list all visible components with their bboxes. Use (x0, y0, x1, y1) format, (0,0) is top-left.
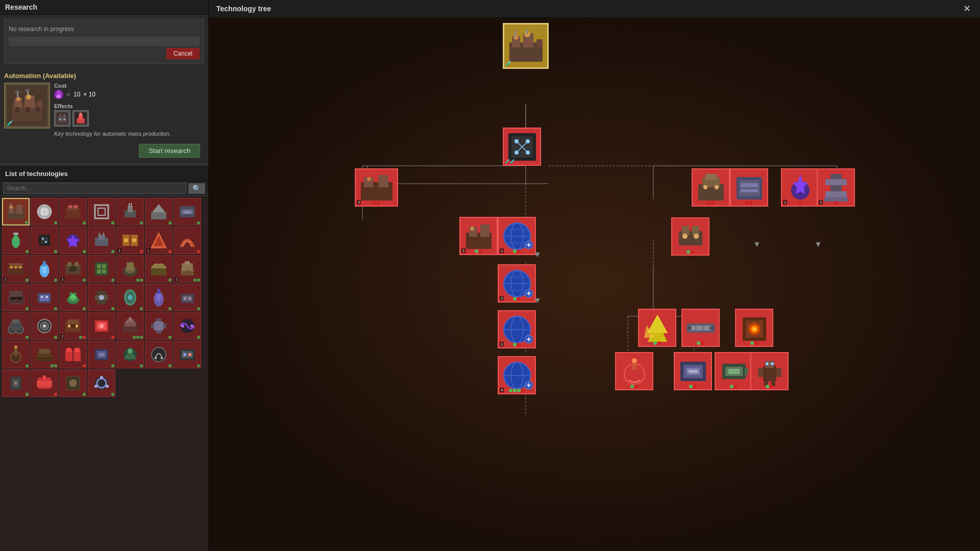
effect-icon-2 (72, 110, 89, 127)
svg-point-102 (41, 296, 43, 298)
list-item[interactable] (145, 312, 173, 340)
list-item[interactable] (88, 284, 115, 311)
list-item[interactable] (88, 255, 115, 283)
svg-rect-78 (67, 262, 71, 266)
list-item[interactable]: 1 (145, 227, 173, 254)
tree-node-power[interactable] (674, 352, 712, 390)
tree-node-tower[interactable]: 1 (817, 168, 855, 207)
node-badge: 2 (500, 296, 504, 300)
tree-node-turret[interactable]: 1 (781, 168, 819, 207)
list-item[interactable] (145, 198, 173, 226)
tree-node-storage[interactable] (730, 168, 768, 207)
search-button[interactable]: 🔍 (188, 183, 205, 194)
tech-grid[interactable]: 1 1 2 2 (0, 196, 208, 551)
node-icons (689, 385, 697, 388)
list-item[interactable] (31, 369, 58, 397)
list-item[interactable] (59, 341, 87, 368)
list-item[interactable] (31, 198, 58, 226)
list-item[interactable] (59, 198, 87, 226)
list-item[interactable] (116, 341, 144, 368)
list-item[interactable] (2, 369, 30, 397)
tree-node-lab[interactable] (692, 168, 730, 207)
list-item[interactable]: 2 (174, 255, 201, 283)
tree-node-factory-left[interactable]: 1 (459, 217, 498, 255)
research-status-area: No research in progress Cancel (4, 19, 204, 64)
list-item[interactable] (116, 255, 144, 283)
tree-node-battery[interactable] (715, 352, 753, 390)
svg-rect-143 (154, 321, 163, 331)
list-item[interactable] (174, 312, 201, 340)
tree-node-globe2[interactable]: 2 (498, 264, 536, 303)
tree-node-electronics[interactable]: 🧪🧪 (503, 128, 541, 166)
svg-point-21 (63, 118, 65, 120)
list-item[interactable] (31, 227, 58, 254)
svg-rect-79 (75, 262, 79, 266)
list-item[interactable]: 2 (59, 255, 87, 283)
svg-rect-45 (151, 212, 166, 219)
svg-rect-281 (704, 325, 708, 331)
list-item[interactable] (88, 341, 115, 368)
list-item[interactable] (174, 284, 201, 311)
start-research-button[interactable]: Start research (139, 144, 200, 158)
tree-node-automation[interactable]: 🧪 (503, 23, 549, 69)
list-item[interactable] (2, 198, 30, 226)
list-item[interactable] (116, 198, 144, 226)
list-item[interactable] (174, 341, 201, 368)
node-icons (834, 201, 838, 205)
list-item[interactable] (59, 369, 87, 397)
list-item[interactable] (2, 227, 30, 254)
list-item[interactable] (88, 227, 115, 254)
node-icons (687, 250, 694, 254)
svg-rect-235 (741, 183, 758, 187)
list-item[interactable]: 1 (116, 227, 144, 254)
svg-point-12 (25, 89, 30, 92)
list-item[interactable] (88, 312, 115, 340)
close-button[interactable]: ✕ (961, 3, 973, 14)
tree-node-globe4[interactable]: 4 (498, 356, 536, 394)
svg-rect-240 (825, 179, 847, 185)
list-item[interactable] (31, 341, 58, 368)
svg-rect-253 (480, 224, 489, 237)
tree-node-furnace[interactable] (735, 309, 773, 347)
list-item[interactable] (145, 284, 173, 311)
list-item[interactable]: 2 (59, 312, 87, 340)
list-item[interactable] (2, 341, 30, 368)
tree-node-globe3[interactable]: 1 (498, 310, 536, 348)
svg-rect-80 (69, 266, 77, 271)
svg-rect-42 (128, 206, 133, 212)
list-item[interactable] (174, 227, 201, 254)
svg-point-55 (42, 238, 44, 240)
tree-node-conveyor[interactable] (681, 309, 720, 347)
list-item[interactable] (2, 312, 30, 340)
svg-rect-156 (66, 348, 71, 352)
list-item[interactable] (116, 284, 144, 311)
svg-rect-62 (103, 233, 104, 236)
tree-node-explosive[interactable] (615, 352, 653, 390)
list-item[interactable] (59, 227, 87, 254)
list-item[interactable] (2, 284, 30, 311)
svg-rect-4 (15, 107, 19, 112)
list-item[interactable] (59, 284, 87, 311)
list-of-tech-header: List of technologies (0, 166, 208, 181)
tree-node-assembly[interactable]: 2 (355, 168, 398, 207)
tree-node-ore[interactable] (638, 309, 676, 347)
tree-node-globe1[interactable]: 1 (498, 217, 536, 255)
list-item[interactable] (88, 369, 115, 397)
list-item[interactable] (88, 198, 115, 226)
list-item[interactable] (31, 255, 58, 283)
tree-canvas[interactable]: 🧪 🧪🧪 2 (209, 15, 980, 551)
search-input[interactable] (3, 183, 186, 194)
list-item[interactable] (31, 284, 58, 311)
svg-rect-211 (536, 39, 543, 47)
svg-point-288 (753, 328, 756, 331)
list-item[interactable] (116, 312, 144, 340)
tree-node-drill[interactable] (671, 217, 709, 256)
tree-node-robot[interactable] (750, 352, 789, 390)
cancel-button[interactable]: Cancel (166, 48, 200, 59)
list-item[interactable] (145, 255, 173, 283)
list-item[interactable] (174, 198, 201, 226)
list-item[interactable] (145, 341, 173, 368)
list-item[interactable]: 2 (2, 255, 30, 283)
svg-rect-301 (689, 370, 698, 373)
list-item[interactable] (31, 312, 58, 340)
